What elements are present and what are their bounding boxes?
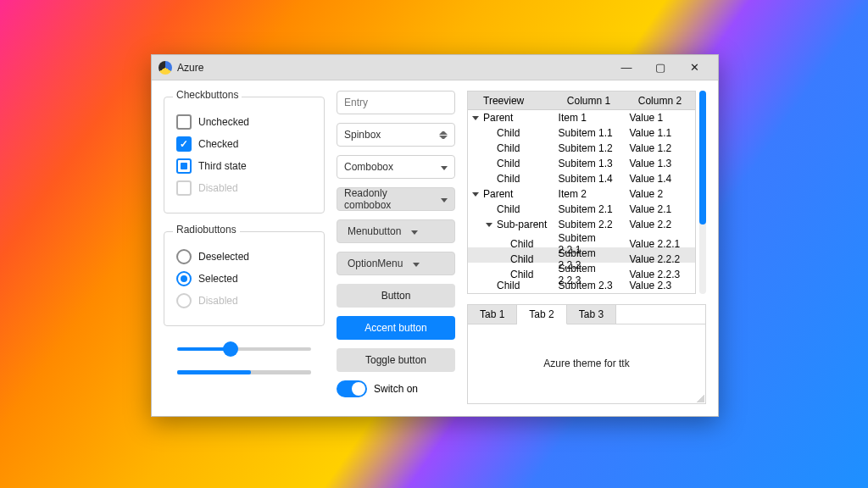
radiobuttons-legend: Radiobuttons xyxy=(173,224,240,236)
switch-label: Switch on xyxy=(374,383,418,395)
stepper-icon[interactable] xyxy=(439,128,448,141)
checkbox-label: Checked xyxy=(198,138,238,150)
minimize-button[interactable]: — xyxy=(609,55,643,80)
accent-button[interactable]: Accent button xyxy=(337,316,455,340)
titlebar[interactable]: Azure — ▢ ✕ xyxy=(152,55,718,80)
window-title: Azure xyxy=(177,62,203,74)
radio-label: Disabled xyxy=(198,295,238,307)
radio-disabled-icon xyxy=(176,293,192,308)
checkbuttons-legend: Checkbuttons xyxy=(173,89,242,101)
radio-icon xyxy=(176,249,192,264)
checkbuttons-group: Checkbuttons Unchecked Checked Third sta… xyxy=(164,91,325,214)
treeview[interactable]: Treeview Column 1 Column 2 ParentItem 1V… xyxy=(467,91,696,294)
resize-grip-icon[interactable] xyxy=(693,391,704,402)
disclosure-icon[interactable] xyxy=(485,223,493,227)
chevron-down-icon[interactable] xyxy=(436,161,448,173)
entry-placeholder: Entry xyxy=(344,97,368,108)
checkbox-label: Unchecked xyxy=(198,116,249,128)
tree-col-0[interactable]: Treeview xyxy=(468,95,554,107)
checkbox-disabled: Disabled xyxy=(176,180,315,196)
checkbox-disabled-icon xyxy=(176,180,192,196)
radio-disabled: Disabled xyxy=(176,293,315,308)
tree-row[interactable]: Sub-parentSubitem 2.2Value 2.2 xyxy=(468,217,695,232)
app-icon xyxy=(159,61,172,75)
notebook: Tab 1Tab 2Tab 3 Azure theme for ttk xyxy=(467,304,706,404)
treeview-scrollbar[interactable] xyxy=(699,91,706,294)
disclosure-icon[interactable] xyxy=(471,116,480,120)
close-button[interactable]: ✕ xyxy=(677,55,711,80)
spinbox-label: Spinbox xyxy=(344,129,381,141)
readonly-combobox[interactable]: Readonly combobox xyxy=(337,187,455,211)
tree-row[interactable]: ChildSubitem 2.3Value 2.3 xyxy=(468,278,695,293)
readonly-combobox-label: Readonly combobox xyxy=(344,187,436,211)
tab-1[interactable]: Tab 1 xyxy=(468,305,517,324)
toggle-button[interactable]: Toggle button xyxy=(337,348,455,372)
spinbox-input[interactable]: Spinbox xyxy=(337,123,455,147)
tree-row[interactable]: ChildSubitem 1.2Value 1.2 xyxy=(468,141,695,156)
tab-2[interactable]: Tab 2 xyxy=(517,305,566,324)
treeview-header[interactable]: Treeview Column 1 Column 2 xyxy=(468,92,695,110)
combobox-input[interactable]: Combobox xyxy=(337,155,455,179)
switch-on-icon xyxy=(337,380,367,397)
optionmenu-label: OptionMenu xyxy=(348,258,403,269)
radiobuttons-group: Radiobuttons Deselected Selected Disable… xyxy=(164,225,325,326)
tree-row[interactable]: ChildSubitem 2.1Value 2.1 xyxy=(468,202,695,217)
tree-row[interactable]: ChildSubitem 1.1Value 1.1 xyxy=(468,125,695,141)
tree-col-2[interactable]: Column 2 xyxy=(624,95,695,107)
checkbox-label: Disabled xyxy=(198,182,238,194)
checkbox-label: Third state xyxy=(198,160,247,172)
menubutton-label: Menubutton xyxy=(348,225,401,237)
chevron-down-icon xyxy=(408,258,420,269)
chevron-down-icon[interactable] xyxy=(436,193,448,205)
tab-content: Azure theme for ttk xyxy=(468,324,705,402)
checkbox-icon xyxy=(176,114,192,130)
radio-deselected[interactable]: Deselected xyxy=(176,249,315,264)
tree-row[interactable]: ChildSubitem 1.3Value 1.3 xyxy=(468,156,695,171)
radio-label: Selected xyxy=(198,273,238,285)
progress-bar xyxy=(177,370,311,374)
tree-row[interactable]: ChildSubitem 2.2.1Value 2.2.1 xyxy=(468,232,695,247)
checkbox-indeterminate-icon xyxy=(176,158,192,174)
tree-row[interactable]: ParentItem 2Value 2 xyxy=(468,186,695,202)
radio-selected-icon xyxy=(176,271,192,286)
disclosure-icon[interactable] xyxy=(471,192,480,197)
checkbox-checked-icon xyxy=(176,136,192,152)
switch[interactable]: Switch on xyxy=(337,380,455,397)
scale-thumb-icon[interactable] xyxy=(223,341,238,357)
checkbox-third[interactable]: Third state xyxy=(176,158,315,174)
scrollbar-thumb-icon[interactable] xyxy=(699,91,706,225)
radio-selected[interactable]: Selected xyxy=(176,271,315,286)
tree-row[interactable]: ParentItem 1Value 1 xyxy=(468,110,695,125)
tab-3[interactable]: Tab 3 xyxy=(567,305,616,324)
tree-row[interactable]: ChildSubitem 1.4Value 1.4 xyxy=(468,171,695,186)
chevron-down-icon xyxy=(406,225,418,237)
app-window: Azure — ▢ ✕ Checkbuttons Unchecked Check… xyxy=(151,54,719,417)
entry-input[interactable]: Entry xyxy=(337,91,455,114)
radio-label: Deselected xyxy=(198,251,249,263)
maximize-button[interactable]: ▢ xyxy=(643,55,677,80)
button[interactable]: Button xyxy=(337,284,455,308)
combobox-label: Combobox xyxy=(344,161,393,173)
tabbar: Tab 1Tab 2Tab 3 xyxy=(468,305,705,324)
scale-slider[interactable] xyxy=(177,341,311,357)
menubutton[interactable]: Menubutton xyxy=(337,219,455,243)
tree-col-1[interactable]: Column 1 xyxy=(554,95,625,107)
checkbox-checked[interactable]: Checked xyxy=(176,136,315,152)
optionmenu[interactable]: OptionMenu xyxy=(337,252,455,275)
checkbox-unchecked[interactable]: Unchecked xyxy=(176,114,315,130)
